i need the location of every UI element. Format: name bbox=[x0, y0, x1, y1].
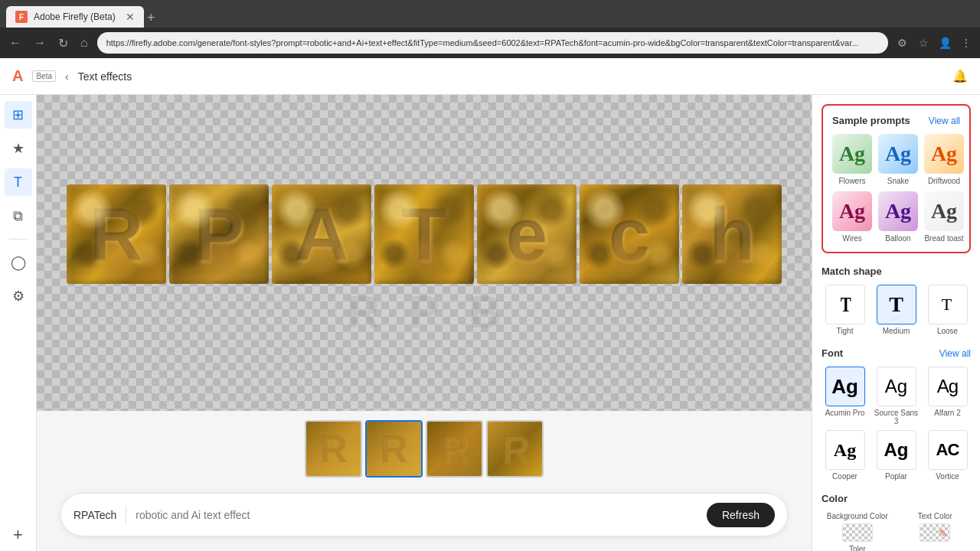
thumbnail-2[interactable]: R bbox=[365, 420, 423, 478]
sample-prompts-card: Sample prompts View all Ag Flowers Ag Sn… bbox=[822, 104, 971, 253]
refresh-button[interactable]: Refresh bbox=[707, 503, 775, 527]
home-button[interactable]: ⌂ bbox=[77, 33, 91, 53]
bg-color-label: Background Color bbox=[827, 512, 888, 520]
tab-favicon: F bbox=[15, 11, 28, 23]
menu-icon[interactable]: ⋮ bbox=[959, 35, 974, 51]
prompt-divider bbox=[126, 506, 126, 524]
profile-icon[interactable]: 👤 bbox=[937, 35, 952, 51]
thumb-letter-1: R bbox=[306, 422, 361, 476]
thumb-letter-2: R bbox=[367, 422, 421, 476]
bookmark-icon[interactable]: ☆ bbox=[916, 35, 931, 51]
prompt-label-flowers: Flowers bbox=[838, 177, 865, 185]
ghost-text-row: R P B bbox=[347, 285, 502, 338]
thumbnail-4[interactable]: R bbox=[486, 420, 544, 478]
match-box-medium: T bbox=[877, 285, 916, 324]
browser-nav: ← → ↻ ⌂ ⚙ ☆ 👤 ⋮ bbox=[0, 28, 980, 58]
font-item-vortice[interactable]: AC Vortice bbox=[924, 430, 971, 481]
generated-letters: R P A T e bbox=[65, 183, 783, 285]
color-title: Color bbox=[822, 493, 848, 504]
thumbnail-3[interactable]: R bbox=[426, 420, 483, 478]
match-shape-grid: T Tight T Medium T Loose bbox=[822, 285, 971, 335]
tab-bar: F Adobe Firefly (Beta) ✕ + bbox=[0, 0, 980, 28]
color-header: Color bbox=[822, 493, 971, 504]
prompt-item-wires[interactable]: Ag Wires bbox=[832, 191, 872, 243]
font-section: Font View all Ag Acumin Pro Ag Sour bbox=[822, 347, 971, 481]
forward-button[interactable]: → bbox=[31, 33, 49, 53]
prompt-thumb-snake: Ag bbox=[878, 134, 918, 174]
match-label-tight: Tight bbox=[837, 327, 854, 335]
letter-e: e bbox=[477, 184, 577, 284]
prompt-bar: RPATech Refresh bbox=[61, 493, 787, 536]
adobe-logo: A bbox=[12, 67, 23, 85]
match-medium[interactable]: T Medium bbox=[873, 285, 920, 335]
prompt-item-balloon[interactable]: Ag Balloon bbox=[878, 191, 918, 243]
font-box-acumin: Ag bbox=[825, 367, 865, 406]
font-view-all[interactable]: View all bbox=[939, 348, 971, 359]
text-color-col: Text Color ✎ bbox=[900, 512, 972, 551]
thumb-letter-3: R bbox=[427, 422, 482, 476]
address-bar[interactable] bbox=[97, 32, 888, 54]
font-label-vortice: Vortice bbox=[936, 472, 959, 481]
prompt-thumb-driftwood: Ag bbox=[924, 134, 964, 174]
generated-text-area: R P A T e bbox=[50, 168, 799, 301]
refresh-nav-button[interactable]: ↻ bbox=[55, 33, 71, 54]
font-item-cooper[interactable]: Ag Cooper bbox=[822, 430, 868, 481]
thumbnails-row: R R R R bbox=[37, 411, 812, 487]
match-box-loose: T bbox=[928, 285, 968, 324]
beta-badge: Beta bbox=[32, 70, 56, 82]
bg-color-swatch[interactable] bbox=[842, 523, 873, 542]
font-item-poplar[interactable]: Ag Poplar bbox=[873, 430, 920, 481]
new-tab-button[interactable]: + bbox=[147, 10, 155, 26]
font-header: Font View all bbox=[822, 347, 971, 359]
prompts-grid: Ag Flowers Ag Snake Ag Driftwood Ag Wire… bbox=[832, 134, 960, 243]
prompt-thumb-bread: Ag bbox=[924, 191, 964, 231]
sidebar-item-text[interactable]: T bbox=[5, 168, 32, 196]
font-box-poplar: Ag bbox=[877, 430, 916, 470]
match-loose[interactable]: T Loose bbox=[924, 285, 971, 335]
main-area: R P A T e bbox=[37, 95, 812, 551]
sidebar-item-settings[interactable]: ⚙ bbox=[5, 282, 32, 310]
sidebar-item-star[interactable]: ★ bbox=[5, 135, 32, 162]
prompt-item-snake[interactable]: Ag Snake bbox=[878, 134, 918, 185]
sample-prompts-header: Sample prompts View all bbox=[832, 115, 960, 126]
sample-prompts-view-all[interactable]: View all bbox=[929, 116, 960, 126]
thumbnail-1[interactable]: R bbox=[305, 420, 362, 478]
back-button[interactable]: ← bbox=[6, 33, 24, 53]
tab-title: Adobe Firefly (Beta) bbox=[34, 11, 119, 22]
sidebar-add-button[interactable]: + bbox=[13, 525, 23, 545]
sidebar-item-layers[interactable]: ⧉ bbox=[5, 202, 32, 230]
text-color-swatch[interactable]: ✎ bbox=[920, 523, 950, 542]
letter-R: R bbox=[67, 184, 166, 284]
font-item-source[interactable]: Ag Source Sans 3 bbox=[873, 367, 920, 425]
color-row: Background Color Toler Text Color ✎ bbox=[822, 512, 971, 551]
sidebar-item-shapes[interactable]: ◯ bbox=[5, 249, 32, 276]
match-tight[interactable]: T Tight bbox=[822, 285, 868, 335]
font-label-source: Source Sans 3 bbox=[873, 409, 920, 425]
font-label-poplar: Poplar bbox=[885, 472, 907, 481]
text-color-label: Text Color bbox=[918, 512, 952, 520]
toler-label: Toler bbox=[849, 545, 866, 551]
match-shape-header: Match shape bbox=[822, 266, 971, 277]
prompt-input[interactable] bbox=[136, 509, 697, 521]
active-tab[interactable]: F Adobe Firefly (Beta) ✕ bbox=[6, 6, 144, 28]
app-container: A Beta ‹ Text effects 🔔 ⊞ ★ T ⧉ ◯ ⚙ + bbox=[0, 58, 980, 551]
prompt-label-driftwood: Driftwood bbox=[928, 177, 960, 185]
sidebar-item-home[interactable]: ⊞ bbox=[5, 101, 32, 129]
prompt-item-flowers[interactable]: Ag Flowers bbox=[832, 134, 872, 185]
font-item-acumin[interactable]: Ag Acumin Pro bbox=[822, 367, 868, 425]
extensions-icon[interactable]: ⚙ bbox=[894, 35, 910, 51]
letter-P: P bbox=[169, 184, 269, 284]
letter-h: h bbox=[682, 184, 782, 284]
font-item-alfarn[interactable]: Ag Alfarn 2 bbox=[924, 367, 971, 425]
prompt-label-balloon: Balloon bbox=[885, 234, 910, 243]
prompt-item-bread[interactable]: Ag Bread toast bbox=[924, 191, 964, 243]
page-title: Text effects bbox=[78, 70, 132, 83]
prompt-item-driftwood[interactable]: Ag Driftwood bbox=[924, 134, 964, 185]
notification-bell-icon[interactable]: 🔔 bbox=[952, 69, 968, 83]
bg-color-col: Background Color Toler bbox=[822, 512, 893, 551]
back-arrow-button[interactable]: ‹ bbox=[65, 70, 69, 83]
prompt-label-bread: Bread toast bbox=[924, 234, 963, 243]
nav-icons: ⚙ ☆ 👤 ⋮ bbox=[894, 35, 974, 51]
match-shape-title: Match shape bbox=[822, 266, 882, 277]
tab-close-btn[interactable]: ✕ bbox=[126, 11, 135, 23]
